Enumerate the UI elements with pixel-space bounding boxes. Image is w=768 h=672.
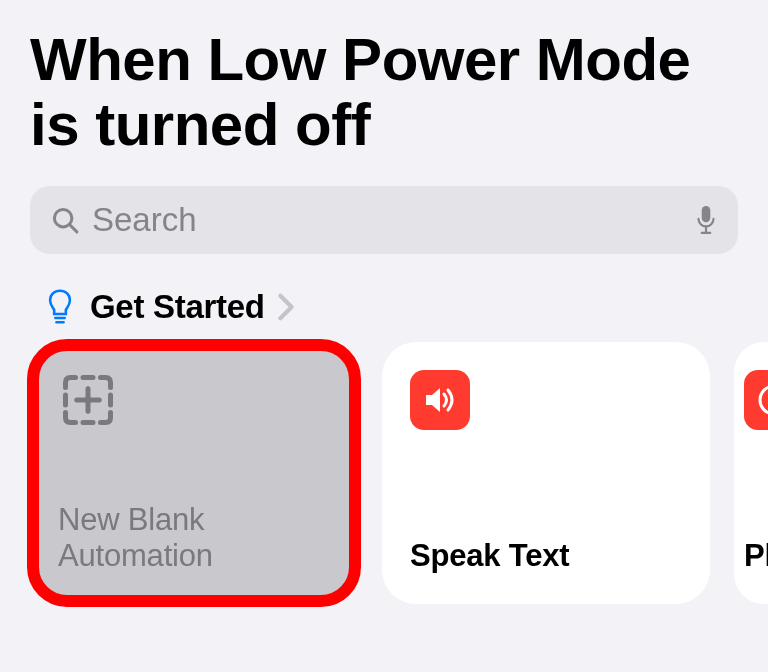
speaker-wave-icon bbox=[410, 370, 470, 430]
card-label: New Blank Automation bbox=[58, 502, 330, 573]
section-label: Get Started bbox=[90, 288, 265, 326]
page-title: When Low Power Mode is turned off bbox=[30, 28, 738, 158]
svg-line-1 bbox=[70, 225, 77, 232]
card-speak-text[interactable]: Speak Text bbox=[382, 342, 710, 604]
card-label: Speak Text bbox=[410, 538, 682, 574]
search-bar[interactable] bbox=[30, 186, 738, 254]
svg-rect-2 bbox=[702, 206, 711, 222]
cards-row: New Blank Automation Speak Text Play Mus… bbox=[30, 342, 738, 604]
card-play-music[interactable]: Play Music bbox=[734, 342, 768, 604]
svg-point-9 bbox=[760, 386, 768, 414]
microphone-icon[interactable] bbox=[694, 205, 718, 235]
card-label: Play Music bbox=[744, 538, 768, 574]
chevron-right-icon bbox=[277, 293, 295, 321]
play-icon bbox=[744, 370, 768, 430]
card-new-blank-automation[interactable]: New Blank Automation bbox=[30, 342, 358, 604]
plus-dashed-icon bbox=[58, 370, 118, 430]
search-input[interactable] bbox=[92, 201, 682, 239]
search-icon bbox=[50, 205, 80, 235]
lightbulb-icon bbox=[46, 288, 74, 326]
get-started-header[interactable]: Get Started bbox=[30, 288, 738, 326]
